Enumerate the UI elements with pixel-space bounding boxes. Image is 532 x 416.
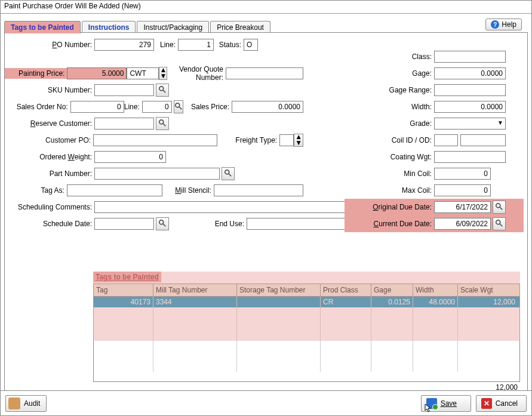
spinner-down-icon: ▼ <box>159 73 167 79</box>
customer-po-label: Customer PO: <box>5 136 93 144</box>
current-due-date-label: Current Due Date: <box>346 220 434 228</box>
tab-instructions[interactable]: Instructions <box>82 21 136 33</box>
sales-price-input[interactable] <box>232 101 303 113</box>
part-number-input[interactable] <box>94 168 220 180</box>
coil-id-input[interactable] <box>434 134 458 146</box>
max-coil-input[interactable] <box>434 184 491 196</box>
svg-line-7 <box>229 173 231 175</box>
ordered-weight-input[interactable] <box>94 151 166 163</box>
schedule-date-lookup-button[interactable] <box>156 217 169 230</box>
customer-po-input[interactable] <box>93 134 217 146</box>
magnify-icon <box>158 119 167 129</box>
grade-combo[interactable] <box>434 118 506 130</box>
right-column: Class: Gage: Gage Range: Width: <box>345 48 524 232</box>
svg-line-5 <box>163 123 165 125</box>
line-input[interactable] <box>178 39 214 51</box>
sales-price-label: Sales Price: <box>183 103 232 111</box>
sales-order-no-input[interactable] <box>70 101 124 113</box>
audit-button[interactable]: Audit <box>5 395 47 412</box>
grid-header-prod[interactable]: Prod Class <box>321 284 371 296</box>
original-due-date-input[interactable] <box>434 201 491 213</box>
tab-label: Instruct/Packaging <box>143 23 202 32</box>
sku-number-label: SKU Number: <box>5 86 94 94</box>
table-row[interactable]: 40173 3344 CR 0.0125 48.0000 12,000 <box>94 297 519 307</box>
schedule-date-input[interactable] <box>94 218 154 230</box>
table-row-empty[interactable] <box>94 350 519 361</box>
tab-price-breakout[interactable]: Price Breakout <box>210 21 270 33</box>
painting-price-label: Painting Price: <box>5 68 67 79</box>
coil-od-input[interactable] <box>460 134 506 146</box>
vendor-quote-label: Vendor Quote Number: <box>167 65 226 82</box>
po-number-input[interactable] <box>94 39 154 51</box>
table-row-empty[interactable] <box>94 340 519 350</box>
part-number-lookup-button[interactable] <box>222 167 235 180</box>
sales-order-no-label: Sales Order No: <box>5 103 70 111</box>
class-input[interactable] <box>434 51 506 63</box>
tab-tags-to-be-painted[interactable]: Tags to be Painted <box>4 21 81 33</box>
content-area: Tags to be Painted Instructions Instruct… <box>1 14 531 415</box>
svg-point-12 <box>496 220 500 224</box>
original-due-date-lookup-button[interactable] <box>493 201 506 214</box>
cwt-spinner[interactable]: ▲▼ <box>159 67 167 80</box>
grid-header-storage[interactable]: Storage Tag Number <box>237 284 321 296</box>
grid-header-gage[interactable]: Gage <box>371 284 413 296</box>
status-input[interactable] <box>244 39 258 51</box>
ordered-weight-label: Ordered Weight: <box>5 153 94 161</box>
magnify-icon <box>158 219 167 229</box>
sales-order-lookup-button[interactable] <box>174 100 183 113</box>
line2-input[interactable] <box>142 101 172 113</box>
tag-as-input[interactable] <box>67 184 162 196</box>
gage-range-input[interactable] <box>434 84 506 96</box>
magnify-icon <box>174 102 183 112</box>
scheduling-comments-input[interactable] <box>94 201 387 213</box>
grid-header-mill[interactable]: Mill Tag Number <box>153 284 237 296</box>
grid-header-wgt[interactable]: Scale Wgt <box>458 284 518 296</box>
help-button[interactable]: ? Help <box>485 19 522 30</box>
magnify-icon <box>495 202 503 212</box>
tags-grid[interactable]: Tag Mill Tag Number Storage Tag Number P… <box>93 284 520 382</box>
svg-line-11 <box>500 207 502 209</box>
cancel-button[interactable]: ✕ Cancel <box>476 395 527 412</box>
table-row-empty[interactable] <box>94 329 519 340</box>
painting-price-input[interactable] <box>67 67 127 79</box>
freight-type-spinner[interactable]: ▲▼ <box>294 134 303 147</box>
freight-type-input[interactable] <box>279 134 294 146</box>
part-number-label: Part Number: <box>5 170 94 178</box>
cancel-label: Cancel <box>496 399 518 408</box>
line-label: Line: <box>154 41 178 49</box>
grade-label: Grade: <box>345 119 434 128</box>
coating-wgt-label: Coating Wgt: <box>345 153 434 161</box>
gage-label: Gage: <box>345 69 434 78</box>
magnify-icon <box>495 219 503 229</box>
gage-range-label: Gage Range: <box>345 86 434 94</box>
table-row-empty[interactable] <box>94 318 519 329</box>
current-due-date-input[interactable] <box>434 218 491 230</box>
magnify-icon <box>158 85 167 95</box>
left-column: PO Number: Line: Status: Painting Price:… <box>5 36 303 232</box>
reserve-customer-input[interactable] <box>94 118 154 130</box>
width-input[interactable] <box>434 101 506 113</box>
sku-lookup-button[interactable] <box>156 84 169 97</box>
svg-line-1 <box>163 90 165 92</box>
grid-header-tag[interactable]: Tag <box>94 284 153 296</box>
tab-instruct-packaging[interactable]: Instruct/Packaging <box>137 21 209 33</box>
reserve-customer-lookup-button[interactable] <box>156 117 169 130</box>
vendor-quote-input[interactable] <box>226 67 303 79</box>
cwt-input[interactable] <box>127 67 159 79</box>
grid-header-width[interactable]: Width <box>413 284 458 296</box>
gage-input[interactable] <box>434 67 506 79</box>
table-row-empty[interactable] <box>94 361 519 372</box>
current-due-date-lookup-button[interactable] <box>493 217 506 230</box>
form-area: PO Number: Line: Status: Painting Price:… <box>5 33 527 42</box>
coating-wgt-input[interactable] <box>434 151 506 163</box>
magnify-icon <box>224 169 232 179</box>
table-row-empty[interactable] <box>94 307 519 318</box>
original-due-date-label: Original Due Date: <box>346 203 434 211</box>
cell-storage <box>237 297 321 307</box>
mill-stencil-input[interactable] <box>214 184 303 196</box>
save-button[interactable]: Save <box>421 395 471 412</box>
min-coil-input[interactable] <box>434 168 491 180</box>
tab-label: Price Breakout <box>217 23 264 32</box>
schedule-date-label: Schedule Date: <box>5 220 94 228</box>
sku-number-input[interactable] <box>94 84 154 96</box>
